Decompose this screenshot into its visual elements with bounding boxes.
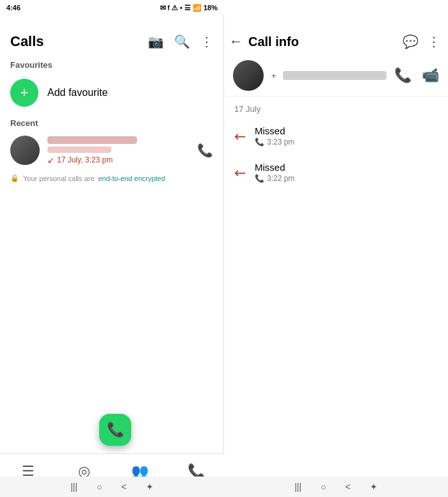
sys-nav-star-right[interactable]: ✦ bbox=[370, 482, 378, 492]
call-log-item-1[interactable]: ↙ Missed 📞 3:23 pm bbox=[224, 118, 448, 154]
add-fav-icon: + bbox=[10, 79, 38, 107]
call-log-item-2[interactable]: ↙ Missed 📞 3:22 pm bbox=[224, 154, 448, 191]
system-nav-bar: ||| ○ < ✦ ||| ○ < ✦ bbox=[0, 477, 448, 497]
lock-icon: 🔒 bbox=[10, 174, 19, 182]
right-header-icons: 💬 ⋮ bbox=[403, 34, 440, 49]
encrypted-notice: 🔒 Your personal calls are end-to-end enc… bbox=[0, 170, 223, 186]
call-time-text-2: 3:22 pm bbox=[267, 174, 294, 183]
call-icon[interactable]: 📞 bbox=[197, 143, 213, 158]
video-call-icon[interactable]: 📹 bbox=[422, 67, 439, 84]
calls-header: Calls 📷 🔍 ⋮ bbox=[0, 15, 223, 55]
camera-icon[interactable]: 📷 bbox=[148, 34, 164, 49]
recent-label: Recent bbox=[0, 113, 223, 130]
sys-nav-left: ||| ○ < ✦ bbox=[0, 482, 224, 492]
date-separator: 17 July bbox=[224, 97, 448, 118]
fab-phone-icon: 📞 bbox=[107, 422, 124, 438]
recent-call-item[interactable]: ↙ 17 July, 3:23 pm 📞 bbox=[0, 130, 223, 170]
alert-icon: ⚠ bbox=[172, 4, 178, 12]
call-info-header: ← Call info 💬 ⋮ bbox=[224, 15, 448, 55]
sys-nav-right: ||| ○ < ✦ bbox=[224, 482, 448, 492]
call-info-title: Call info bbox=[248, 35, 299, 49]
calls-header-icons: 📷 🔍 ⋮ bbox=[148, 34, 213, 49]
fb-icon: f bbox=[168, 4, 170, 12]
voice-call-icon[interactable]: 📞 bbox=[394, 67, 412, 84]
missed-arrow-2: ↙ bbox=[230, 162, 250, 182]
header-left: ← Call info bbox=[229, 33, 299, 50]
encrypted-link[interactable]: end-to-end encrypted bbox=[99, 175, 166, 182]
missed-arrow-1: ↙ bbox=[230, 126, 250, 146]
recent-date: ↙ 17 July, 3:23 pm bbox=[47, 155, 189, 165]
sys-nav-lines-left[interactable]: ||| bbox=[70, 482, 77, 492]
battery-left: 18% bbox=[204, 4, 218, 12]
plus-sign: + bbox=[271, 71, 276, 81]
sys-nav-lines-right[interactable]: ||| bbox=[294, 482, 301, 492]
sys-nav-home-left[interactable]: ○ bbox=[97, 482, 102, 492]
add-fav-label: Add favourite bbox=[47, 87, 108, 99]
contact-name-blurred2 bbox=[47, 146, 111, 153]
sys-nav-back-left[interactable]: < bbox=[122, 482, 127, 492]
call-time-text-1: 3:23 pm bbox=[267, 138, 294, 146]
status-icons-left: ✉ f ⚠ • ☰ 📶 18% bbox=[160, 4, 218, 12]
contact-actions: 📞 📹 bbox=[394, 67, 439, 84]
phone-small-icon-1: 📞 bbox=[255, 138, 264, 146]
contact-name-blurred bbox=[47, 136, 137, 144]
avatar-image bbox=[10, 136, 40, 165]
call-status-2: Missed bbox=[255, 162, 438, 173]
left-panel: 4:46 ✉ f ⚠ • ☰ 📶 18% Calls 📷 🔍 ⋮ Favouri… bbox=[0, 0, 224, 497]
contact-avatar bbox=[233, 60, 264, 91]
time-left: 4:46 bbox=[6, 4, 20, 12]
recent-date-text: 17 July, 3:23 pm bbox=[57, 155, 113, 164]
search-icon[interactable]: 🔍 bbox=[174, 34, 190, 49]
call-log-info-2: Missed 📞 3:22 pm bbox=[255, 162, 438, 183]
new-call-fab[interactable]: 📞 bbox=[99, 414, 131, 446]
dot-icon: • bbox=[180, 4, 182, 12]
msg-icon: ✉ bbox=[160, 4, 166, 12]
phone-small-icon-2: 📞 bbox=[255, 174, 264, 183]
wifi-icon: ☰ bbox=[184, 4, 191, 12]
call-time-1: 📞 3:23 pm bbox=[255, 138, 438, 146]
sys-nav-star-left[interactable]: ✦ bbox=[146, 482, 154, 492]
contact-row: + 📞 📹 bbox=[224, 55, 448, 97]
favourites-label: Favourites bbox=[0, 55, 223, 72]
more-menu-icon[interactable]: ⋮ bbox=[200, 34, 213, 49]
encrypted-text: Your personal calls are bbox=[23, 175, 95, 182]
contact-number-blurred bbox=[283, 71, 387, 80]
signal-icon: 📶 bbox=[193, 4, 202, 12]
sys-nav-back-right[interactable]: < bbox=[346, 482, 351, 492]
back-button[interactable]: ← bbox=[229, 33, 243, 50]
more-menu-right-icon[interactable]: ⋮ bbox=[428, 34, 440, 49]
avatar bbox=[10, 136, 40, 165]
call-time-2: 📞 3:22 pm bbox=[255, 174, 438, 183]
right-panel: 4:46 ✉ f ⚠ • ☰ 📶 18% ← Call info 💬 ⋮ + 📞 bbox=[224, 0, 448, 497]
status-bar-left: 4:46 ✉ f ⚠ • ☰ 📶 18% bbox=[0, 0, 224, 15]
recent-info: ↙ 17 July, 3:23 pm bbox=[47, 136, 189, 165]
sys-nav-home-right[interactable]: ○ bbox=[321, 482, 326, 492]
call-status-1: Missed bbox=[255, 125, 438, 136]
calls-title: Calls bbox=[10, 33, 44, 50]
add-favourite-item[interactable]: + Add favourite bbox=[0, 72, 223, 113]
chat-icon[interactable]: 💬 bbox=[403, 34, 419, 49]
call-log-info-1: Missed 📞 3:23 pm bbox=[255, 125, 438, 146]
